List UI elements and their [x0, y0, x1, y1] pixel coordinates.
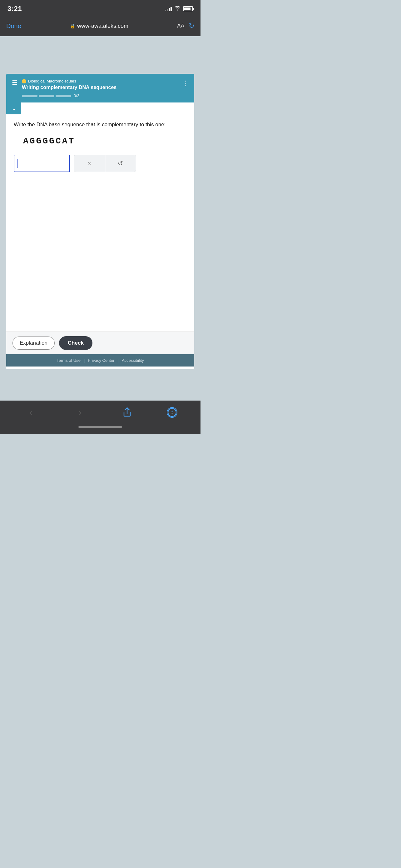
clear-button[interactable]: × — [74, 155, 105, 172]
empty-space — [14, 172, 187, 322]
back-button[interactable]: ‹ — [23, 406, 38, 419]
aleks-header-left: ☰ Biological Macromolecules Writing comp… — [12, 79, 182, 98]
gray-spacer-bottom — [0, 369, 201, 401]
gray-spacer-top — [0, 36, 201, 74]
chevron-toggle[interactable]: ⌄ — [6, 102, 21, 114]
url-text: www-awa.aleks.com — [77, 23, 128, 29]
explanation-button[interactable]: Explanation — [12, 337, 55, 350]
progress-seg-2 — [39, 95, 54, 97]
category-text: Biological Macromolecules — [28, 79, 76, 84]
home-bar — [78, 426, 122, 428]
aleks-header: ☰ Biological Macromolecules Writing comp… — [6, 74, 194, 102]
undo-button[interactable]: ↺ — [105, 155, 136, 172]
dna-sequence: AGGGGCAT — [14, 136, 187, 146]
lock-icon: 🔒 — [70, 24, 75, 28]
more-options-icon[interactable]: ⋮ — [182, 80, 189, 88]
share-button[interactable] — [122, 407, 133, 418]
done-button[interactable]: Done — [6, 23, 21, 30]
undo-icon: ↺ — [118, 160, 123, 167]
signal-bars-icon — [165, 6, 172, 11]
progress-seg-1 — [22, 95, 37, 97]
svg-marker-1 — [171, 410, 173, 412]
text-cursor — [18, 159, 18, 168]
aleks-category: Biological Macromolecules — [22, 79, 116, 84]
status-time: 3:21 — [7, 5, 22, 13]
progress-row: 0/3 — [22, 93, 116, 98]
aleks-title-block: Biological Macromolecules Writing comple… — [22, 79, 116, 98]
action-buttons: × ↺ — [74, 155, 136, 172]
url-bar: 🔒 www-awa.aleks.com — [21, 23, 177, 29]
chevron-down-icon: ⌄ — [11, 105, 16, 112]
aa-button[interactable]: AA — [177, 23, 184, 29]
svg-point-0 — [168, 408, 176, 416]
browser-toolbar: Done 🔒 www-awa.aleks.com AA ↻ — [0, 17, 201, 36]
question-area: Write the DNA base sequence that is comp… — [6, 114, 194, 332]
status-icons — [165, 6, 193, 12]
progress-seg-3 — [56, 95, 71, 97]
forward-button: › — [72, 406, 88, 419]
home-indicator — [0, 423, 201, 434]
accessibility-link[interactable]: Accessibility — [122, 358, 144, 363]
clear-icon: × — [88, 160, 91, 167]
browser-nav: ‹ › — [0, 401, 201, 423]
bottom-action-bar: Explanation Check — [6, 332, 194, 354]
question-text: Write the DNA base sequence that is comp… — [14, 121, 187, 129]
footer-sep-1: | — [84, 358, 85, 363]
answer-input[interactable] — [14, 155, 70, 172]
content-card: ☰ Biological Macromolecules Writing comp… — [6, 74, 194, 369]
status-bar: 3:21 — [0, 0, 201, 17]
wifi-icon — [174, 6, 180, 12]
svg-marker-2 — [171, 413, 173, 415]
battery-icon — [183, 6, 193, 11]
hamburger-icon[interactable]: ☰ — [12, 80, 18, 86]
aleks-title: Writing complementary DNA sequences — [22, 85, 116, 90]
browser-actions: AA ↻ — [177, 22, 194, 30]
category-dot — [22, 79, 26, 84]
check-button[interactable]: Check — [59, 336, 93, 350]
privacy-link[interactable]: Privacy Center — [88, 358, 114, 363]
answer-row: × ↺ — [14, 155, 187, 172]
footer-sep-2: | — [118, 358, 119, 363]
progress-segments — [22, 95, 71, 97]
compass-button[interactable] — [167, 407, 177, 418]
footer-links: Terms of Use | Privacy Center | Accessib… — [6, 354, 194, 367]
progress-label: 0/3 — [74, 93, 79, 98]
refresh-button[interactable]: ↻ — [189, 22, 194, 30]
terms-link[interactable]: Terms of Use — [57, 358, 80, 363]
